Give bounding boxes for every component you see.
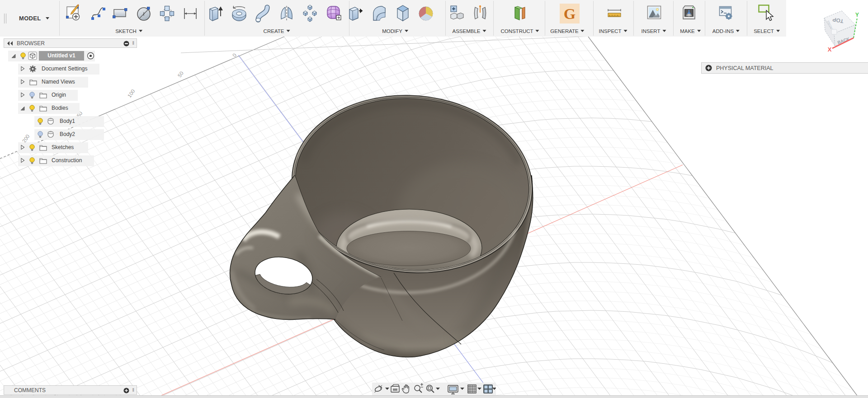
svg-text:X: X [828, 46, 832, 53]
svg-text:G: G [564, 5, 576, 22]
svg-text:Y: Y [855, 12, 859, 18]
